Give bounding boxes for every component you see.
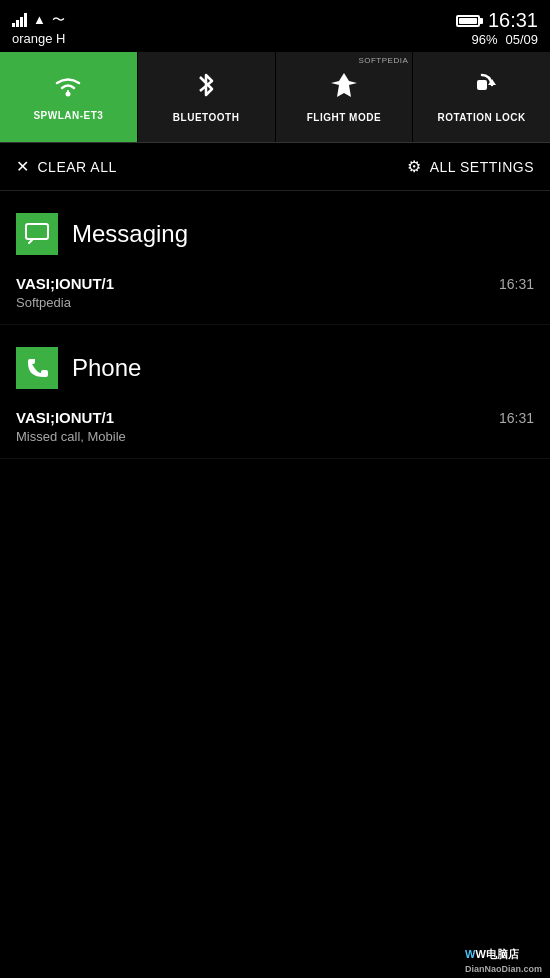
signal-icons: ▲ 〜 (12, 11, 65, 29)
bottom-watermark: WW电脑店 DianNaoDian.com (457, 943, 550, 978)
notif-item-messaging-0[interactable]: VASI;IONUT/1 16:31 Softpedia (0, 267, 550, 325)
tile-flightmode[interactable]: SOFTPEDIA FLIGHT MODE (276, 52, 414, 142)
clock: 16:31 (488, 9, 538, 32)
softpedia-watermark: SOFTPEDIA (358, 56, 408, 65)
notifications: Messaging VASI;IONUT/1 16:31 Softpedia P… (0, 191, 550, 479)
wifi-tile-icon (53, 73, 83, 104)
notif-item-header: VASI;IONUT/1 16:31 (16, 275, 534, 292)
svg-rect-3 (26, 224, 48, 239)
notif-sender: VASI;IONUT/1 (16, 275, 114, 292)
notif-item-header-phone: VASI;IONUT/1 16:31 (16, 409, 534, 426)
all-settings-button[interactable]: ⚙ ALL SETTINGS (407, 157, 534, 176)
notif-header-phone[interactable]: Phone (0, 335, 550, 401)
notif-group-phone: Phone VASI;IONUT/1 16:31 Missed call, Mo… (0, 335, 550, 459)
svg-point-0 (66, 92, 71, 97)
battery-date-row: 96% 05/09 (471, 32, 538, 47)
svg-rect-2 (477, 80, 487, 90)
status-bar: ▲ 〜 orange H 16:31 96% 05/09 (0, 0, 550, 52)
all-settings-label: ALL SETTINGS (430, 159, 534, 175)
messaging-app-name: Messaging (72, 220, 188, 248)
notif-preview: Softpedia (16, 295, 534, 310)
battery-container (456, 15, 480, 27)
status-right: 16:31 96% 05/09 (456, 9, 538, 47)
notif-header-messaging[interactable]: Messaging (0, 201, 550, 267)
battery-percent: 96% (471, 32, 497, 47)
wifi-tile-label: SPWLAN-ET3 (33, 110, 103, 121)
rotationlock-tile-label: ROTATION LOCK (437, 112, 525, 123)
phone-app-name: Phone (72, 354, 141, 382)
signal-strength (12, 13, 27, 27)
watermark-url: DianNaoDian.com (465, 964, 542, 974)
flightmode-tile-label: FLIGHT MODE (307, 112, 381, 123)
quick-settings: SPWLAN-ET3 BLUETOOTH SOFTPEDIA FLIGHT MO… (0, 52, 550, 143)
battery-icon (456, 15, 480, 27)
carrier-name: orange H (12, 31, 65, 46)
notif-sender-phone: VASI;IONUT/1 (16, 409, 114, 426)
top-right-row: 16:31 (456, 9, 538, 32)
settings-gear-icon: ⚙ (407, 157, 422, 176)
notif-time: 16:31 (499, 276, 534, 292)
notif-group-messaging: Messaging VASI;IONUT/1 16:31 Softpedia (0, 201, 550, 325)
clear-icon: ✕ (16, 157, 30, 176)
date-display: 05/09 (505, 32, 538, 47)
airplane-tile-icon (329, 71, 359, 106)
tile-bluetooth[interactable]: BLUETOOTH (138, 52, 276, 142)
bluetooth-tile-icon (196, 71, 216, 106)
bluetooth-tile-label: BLUETOOTH (173, 112, 240, 123)
action-bar: ✕ CLEAR ALL ⚙ ALL SETTINGS (0, 143, 550, 191)
sound-icon: 〜 (52, 11, 65, 29)
watermark-text: W (465, 948, 475, 960)
status-left: ▲ 〜 orange H (12, 11, 65, 46)
messaging-app-icon (16, 213, 58, 255)
tile-rotationlock[interactable]: ROTATION LOCK (413, 52, 550, 142)
watermark-site: W电脑店 (475, 948, 518, 960)
clear-all-button[interactable]: ✕ CLEAR ALL (16, 157, 117, 176)
notif-time-phone: 16:31 (499, 410, 534, 426)
clear-all-label: CLEAR ALL (38, 159, 117, 175)
notif-item-phone-0[interactable]: VASI;IONUT/1 16:31 Missed call, Mobile (0, 401, 550, 459)
wifi-status-icon: ▲ (33, 12, 46, 27)
tile-wifi[interactable]: SPWLAN-ET3 (0, 52, 138, 142)
phone-app-icon (16, 347, 58, 389)
rotation-tile-icon (468, 71, 496, 106)
notif-preview-phone: Missed call, Mobile (16, 429, 534, 444)
